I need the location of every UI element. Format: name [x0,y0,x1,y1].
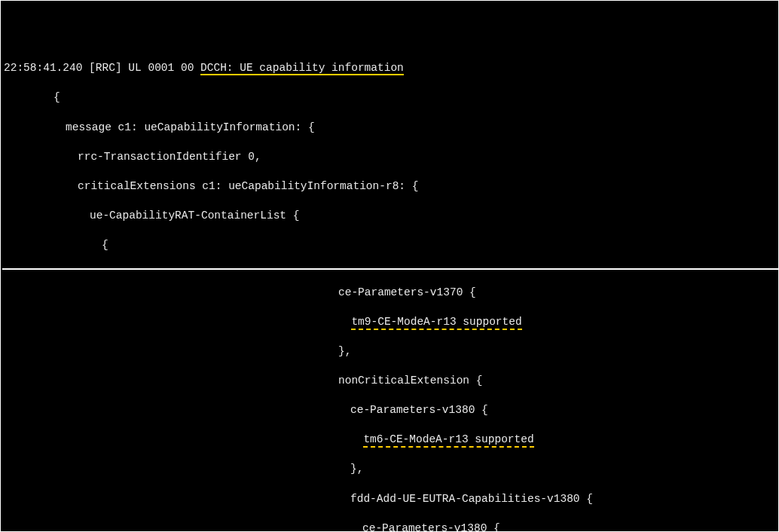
log-line: nonCriticalExtension { [2,374,778,389]
log-line: ce-Parameters-v1370 { [2,286,778,301]
log-line: tm6-CE-ModeA-r13 supported [2,433,778,448]
log-line: message c1: ueCapabilityInformation: { [2,121,778,136]
supported-highlight: tm9-CE-ModeA-r13 supported [351,316,521,330]
log-line: tm9-CE-ModeA-r13 supported [2,315,778,330]
log-line: }, [2,344,778,359]
log-header: 22:58:41.240 [RRC] UL 0001 00 DCCH: UE c… [2,61,778,76]
log-line: fdd-Add-UE-EUTRA-Capabilities-v1380 { [2,492,778,507]
log-line: ce-Parameters-v1380 { [2,521,778,532]
log-line: ue-CapabilityRAT-ContainerList { [2,209,778,224]
supported-highlight: tm6-CE-ModeA-r13 supported [363,433,533,448]
log-line: { [2,238,778,253]
section-divider [2,268,778,270]
log-line: criticalExtensions c1: ueCapabilityInfor… [2,179,778,194]
header-highlight: DCCH: UE capability information [200,62,404,75]
header-prefix: 22:58:41.240 [RRC] UL 0001 00 [4,62,200,74]
log-line: { [2,90,778,105]
log-line: rrc-TransactionIdentifier 0, [2,150,778,165]
log-line: }, [2,462,778,477]
log-line: ce-Parameters-v1380 { [2,403,778,418]
